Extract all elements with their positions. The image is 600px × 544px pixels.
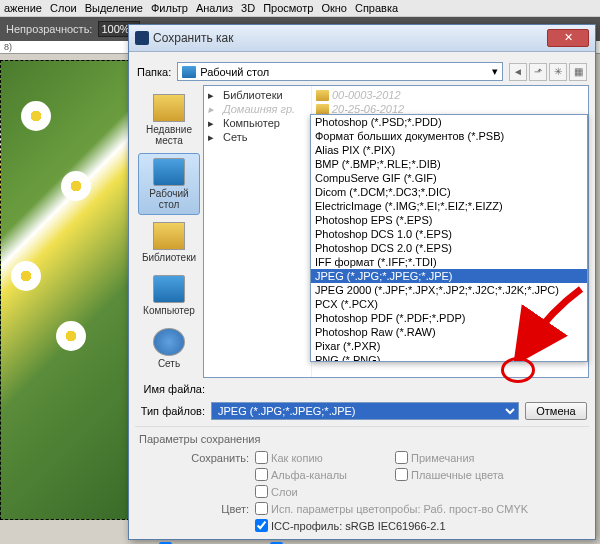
tree-icon: ▸ [208,89,220,101]
menu-item[interactable]: Анализ [196,2,233,14]
place-icon [153,275,185,303]
format-option[interactable]: BMP (*.BMP;*.RLE;*.DIB) [311,157,587,171]
filename-label: Имя файла: [137,383,205,395]
menu-item[interactable]: Фильтр [151,2,188,14]
layers-checkbox[interactable]: Слои [255,485,389,498]
place-item[interactable]: Компьютер [138,270,200,321]
format-option[interactable]: IFF формат (*.IFF;*.TDI) [311,255,587,269]
filetype-label: Тип файлов: [137,405,205,417]
filetype-dropdown[interactable]: JPEG (*.JPG;*.JPEG;*.JPE) [211,402,519,420]
format-option[interactable]: Photoshop Raw (*.RAW) [311,325,587,339]
desktop-icon [182,66,196,78]
places-bar: Недавние местаРабочий столБиблиотекиКомп… [135,85,203,378]
format-option[interactable]: Photoshop DCS 1.0 (*.EPS) [311,227,587,241]
format-option[interactable]: PNG (*.PNG) [311,353,587,362]
spot-checkbox[interactable]: Плашечные цвета [395,468,529,481]
tree-item[interactable]: ▸Библиотеки [204,88,311,102]
save-as-dialog: Сохранить как ✕ Папка: Рабочий стол ▾ ◄ … [128,24,596,540]
save-options-title: Параметры сохранения [139,433,585,445]
place-icon [153,328,185,356]
place-item[interactable]: Сеть [138,323,200,374]
dialog-title: Сохранить как [153,31,233,45]
proof-checkbox[interactable]: Исп. параметры цветопробы: Раб. прост-во… [255,502,528,515]
opacity-label: Непрозрачность: [6,23,92,35]
icc-checkbox[interactable]: ICC-профиль: sRGB IEC61966-2.1 [255,519,446,532]
place-icon [153,158,185,186]
place-icon [153,222,185,250]
app-icon [135,31,149,45]
format-option[interactable]: ElectricImage (*.IMG;*.EI;*.EIZ;*.EIZZ) [311,199,587,213]
format-option[interactable]: Pixar (*.PXR) [311,339,587,353]
place-icon [153,94,185,122]
place-label: Недавние места [139,124,199,146]
folder-value: Рабочий стол [200,66,269,78]
folder-tree[interactable]: ▸Библиотеки▸Домашняя гр.▸Компьютер▸Сеть [204,86,312,377]
place-label: Сеть [139,358,199,369]
place-label: Компьютер [139,305,199,316]
folder-item[interactable]: 00-0003-2012 [312,88,588,102]
format-option[interactable]: JPEG (*.JPG;*.JPEG;*.JPE) [311,269,587,283]
menu-item[interactable]: ажение [4,2,42,14]
format-option[interactable]: Photoshop DCS 2.0 (*.EPS) [311,241,587,255]
tree-item[interactable]: ▸Домашняя гр. [204,102,311,116]
up-icon[interactable]: ⬏ [529,63,547,81]
alpha-checkbox[interactable]: Альфа-каналы [255,468,389,481]
tree-icon: ▸ [208,117,220,129]
as-copy-checkbox[interactable]: Как копию [255,451,389,464]
format-dropdown-list[interactable]: Photoshop (*.PSD;*.PDD)Формат больших до… [310,114,588,362]
cancel-button[interactable]: Отмена [525,402,587,420]
tree-item[interactable]: ▸Сеть [204,130,311,144]
back-icon[interactable]: ◄ [509,63,527,81]
folder-icon [316,104,329,115]
tree-item[interactable]: ▸Компьютер [204,116,311,130]
format-option[interactable]: Dicom (*.DCM;*.DC3;*.DIC) [311,185,587,199]
tree-icon: ▸ [208,103,220,115]
title-bar: Сохранить как ✕ [129,25,595,52]
format-option[interactable]: Photoshop EPS (*.EPS) [311,213,587,227]
color-label: Цвет: [139,503,249,515]
menu-item[interactable]: Справка [355,2,398,14]
place-label: Библиотеки [139,252,199,263]
format-option[interactable]: Photoshop PDF (*.PDF;*.PDP) [311,311,587,325]
place-item[interactable]: Недавние места [138,89,200,151]
views-icon[interactable]: ▦ [569,63,587,81]
format-option[interactable]: Photoshop (*.PSD;*.PDD) [311,115,587,129]
tree-icon: ▸ [208,131,220,143]
place-label: Рабочий стол [139,188,199,210]
menu-item[interactable]: 3D [241,2,255,14]
menu-bar[interactable]: ажениеСлоиВыделениеФильтрАнализ3DПросмот… [0,0,600,17]
menu-item[interactable]: Выделение [85,2,143,14]
menu-item[interactable]: Слои [50,2,77,14]
folder-toolbar: ◄ ⬏ ✳ ▦ [509,63,587,81]
save-label: Сохранить: [139,452,249,464]
format-option[interactable]: JPEG 2000 (*.JPF;*.JPX;*.JP2;*.J2C;*.J2K… [311,283,587,297]
chevron-down-icon: ▾ [492,65,498,78]
canvas-image [0,60,130,520]
folder-icon [316,90,329,101]
close-button[interactable]: ✕ [547,29,589,47]
folder-dropdown[interactable]: Рабочий стол ▾ [177,62,503,81]
format-option[interactable]: CompuServe GIF (*.GIF) [311,171,587,185]
place-item[interactable]: Рабочий стол [138,153,200,215]
save-options-panel: Параметры сохранения Сохранить: Как копи… [135,426,589,544]
folder-label: Папка: [137,66,171,78]
format-option[interactable]: PCX (*.PCX) [311,297,587,311]
format-option[interactable]: Формат больших документов (*.PSB) [311,129,587,143]
file-browser[interactable]: ▸Библиотеки▸Домашняя гр.▸Компьютер▸Сеть … [203,85,589,378]
place-item[interactable]: Библиотеки [138,217,200,268]
new-folder-icon[interactable]: ✳ [549,63,567,81]
format-option[interactable]: Alias PIX (*.PIX) [311,143,587,157]
notes-checkbox[interactable]: Примечания [395,451,529,464]
menu-item[interactable]: Просмотр [263,2,313,14]
menu-item[interactable]: Окно [321,2,347,14]
